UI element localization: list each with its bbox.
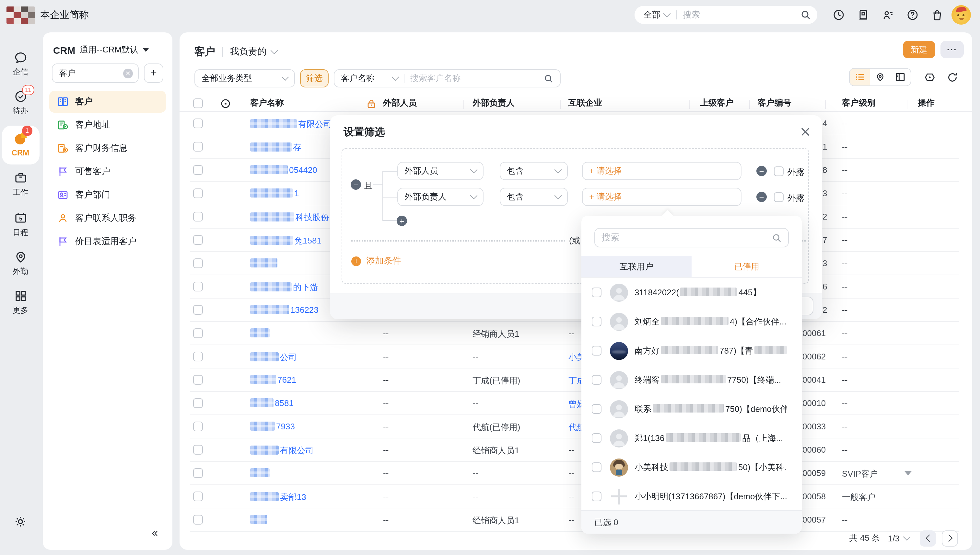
new-button[interactable]: 新建	[903, 41, 935, 58]
cond1-expose-checkbox[interactable]	[774, 167, 784, 176]
customer-name-link[interactable]: 有限公司	[280, 446, 314, 455]
col-linked-company[interactable]: 互联企业	[568, 97, 602, 109]
sidebar-item-contact-role[interactable]: 客户联系人职务	[49, 207, 166, 229]
customer-name-link[interactable]: 公司	[280, 352, 297, 362]
row-checkbox[interactable]	[193, 468, 203, 478]
search-scope[interactable]: 全部	[644, 9, 660, 21]
search-field-select[interactable]: 客户名称	[341, 72, 375, 84]
help-icon[interactable]	[906, 8, 919, 21]
customer-name-link[interactable]: 卖部13	[280, 492, 306, 502]
rail-item-work[interactable]: 工作	[0, 171, 41, 198]
group-add-button[interactable]: +	[397, 216, 407, 226]
contacts-icon[interactable]	[882, 8, 895, 21]
app-store-icon[interactable]	[931, 8, 944, 21]
refresh-icon[interactable]	[946, 71, 959, 83]
user-checkbox[interactable]	[592, 346, 602, 356]
row-checkbox[interactable]	[193, 282, 203, 292]
customer-name-link[interactable]: 的下游	[293, 282, 318, 292]
prev-page-button[interactable]	[920, 530, 936, 546]
rail-item-chat[interactable]: 企信	[0, 51, 41, 78]
add-object-button[interactable]: +	[144, 63, 163, 83]
sidebar-item-pricebook[interactable]: 价目表适用客户	[49, 231, 166, 253]
sidebar-item-customer[interactable]: 客户	[49, 91, 166, 113]
user-avatar[interactable]	[951, 5, 971, 25]
row-checkbox[interactable]	[193, 142, 203, 152]
filter-button[interactable]: 筛选	[300, 69, 328, 87]
search-icon[interactable]	[800, 10, 811, 20]
user-checkbox[interactable]	[592, 317, 602, 326]
user-checkbox[interactable]	[592, 375, 602, 385]
rail-item-todo[interactable]: 11 待办	[0, 89, 41, 117]
customer-name-link[interactable]: 1	[294, 188, 299, 198]
user-list-item[interactable]: 郑1(136品（上海...	[581, 423, 802, 453]
user-checkbox[interactable]	[592, 433, 602, 443]
cond1-field-select[interactable]: 外部人员	[397, 162, 484, 180]
search-icon[interactable]	[544, 74, 554, 83]
board-view-button[interactable]	[890, 69, 911, 85]
page-indicator[interactable]: 1/3	[888, 533, 900, 543]
row-checkbox[interactable]	[193, 375, 203, 385]
sidebar-item-sellable[interactable]: 可售客户	[49, 160, 166, 183]
row-checkbox[interactable]	[193, 119, 203, 128]
checkin-icon[interactable]	[857, 8, 870, 21]
sidebar-item-finance[interactable]: 客户财务信息	[49, 137, 166, 159]
rail-item-more[interactable]: 更多	[0, 289, 41, 316]
user-list-item[interactable]: 终端客7750)【终端...	[581, 365, 802, 395]
select-all-checkbox[interactable]	[193, 98, 203, 108]
row-checkbox[interactable]	[193, 492, 203, 501]
user-checkbox[interactable]	[592, 492, 602, 501]
sidebar-item-address[interactable]: 客户地址	[49, 114, 166, 136]
row-checkbox[interactable]	[193, 305, 203, 315]
sidebar-search[interactable]: ✕	[52, 63, 139, 83]
col-customer-name[interactable]: 客户名称	[250, 97, 284, 109]
rail-item-schedule[interactable]: 5 日程	[0, 211, 41, 238]
next-page-button[interactable]	[942, 530, 958, 546]
clear-icon[interactable]: ✕	[123, 68, 133, 78]
user-list-item[interactable]: 311842022(445】	[581, 278, 802, 307]
row-checkbox[interactable]	[193, 212, 203, 221]
row-checkbox[interactable]	[193, 165, 203, 175]
user-list-item[interactable]: 刘炳全4)【合作伙伴...	[581, 307, 802, 336]
user-checkbox[interactable]	[592, 462, 602, 472]
map-view-button[interactable]	[870, 69, 891, 85]
cond2-field-select[interactable]: 外部负责人	[397, 188, 484, 206]
customer-name-link[interactable]: 7933	[276, 422, 295, 431]
more-actions-button[interactable]: ···	[940, 41, 964, 58]
user-list-item[interactable]: 南方好787)【青】...	[581, 336, 802, 365]
list-view-button[interactable]	[850, 69, 870, 85]
row-checkbox[interactable]	[193, 352, 203, 361]
user-list-item[interactable]: 小小明明(13713667867)【demo伙伴下...	[581, 482, 802, 510]
sidebar-search-input[interactable]	[59, 68, 115, 78]
popup-search[interactable]: 搜索	[594, 228, 789, 247]
user-list-item[interactable]: 小美科技50)【小美科...	[581, 453, 802, 482]
global-search[interactable]: 全部 搜索	[634, 6, 817, 24]
customer-name-link[interactable]: 136223	[290, 305, 319, 315]
cond1-remove-button[interactable]: −	[756, 166, 767, 176]
target-column-icon[interactable]	[220, 98, 231, 109]
scope-selector[interactable]: 我负责的	[230, 46, 266, 58]
row-checkbox[interactable]	[193, 398, 203, 408]
customer-name-link[interactable]: 兔1581	[294, 236, 322, 245]
sidebar-item-department[interactable]: 客户部门	[49, 184, 166, 206]
remove-group-button[interactable]: −	[351, 180, 361, 190]
cond2-remove-button[interactable]: −	[756, 192, 767, 202]
customer-name-link[interactable]: 8581	[275, 398, 294, 408]
clock-icon[interactable]	[832, 8, 845, 21]
col-customer-level[interactable]: 客户级别	[842, 97, 875, 109]
table-search[interactable]: 客户名称 搜索客户名称	[334, 69, 561, 87]
user-list-item[interactable]: 联系750)【demo伙伴下...	[581, 395, 802, 423]
cond2-value-picker[interactable]: + 请选择	[582, 188, 742, 206]
table-settings-icon[interactable]	[924, 71, 936, 83]
business-type-select[interactable]: 全部业务类型	[195, 69, 295, 87]
company-logo[interactable]	[6, 6, 35, 24]
col-ext-person[interactable]: 外部人员	[383, 97, 417, 109]
col-ext-owner[interactable]: 外部负责人	[473, 97, 515, 109]
workspace-switcher[interactable]: CRM 通用--CRM默认	[53, 43, 150, 57]
row-checkbox[interactable]	[193, 235, 203, 245]
close-icon[interactable]	[800, 127, 810, 136]
cond1-value-picker[interactable]: + 请选择	[582, 162, 742, 180]
cond2-expose-checkbox[interactable]	[774, 192, 784, 202]
col-parent-customer[interactable]: 上级客户	[700, 97, 734, 109]
user-checkbox[interactable]	[592, 404, 602, 414]
customer-name-link[interactable]: 科技股份	[296, 212, 329, 222]
